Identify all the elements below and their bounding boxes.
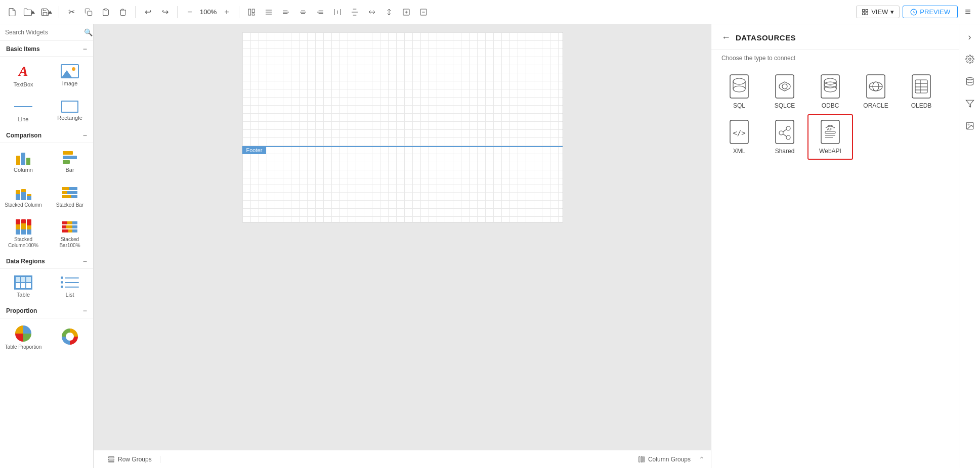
widget-list[interactable]: List: [47, 269, 93, 303]
widget-pie[interactable]: Table Proportion: [0, 318, 47, 355]
collapse-bottom-button[interactable]: ⌃: [699, 455, 705, 463]
pie-icon: [15, 325, 32, 342]
data-regions-grid: Table List: [0, 269, 93, 303]
sqlce-icon: [775, 74, 795, 99]
ds-shared[interactable]: Shared: [762, 114, 807, 160]
zoom-fit-button[interactable]: [399, 5, 413, 19]
svg-rect-44: [641, 456, 642, 462]
filter-icon[interactable]: [961, 95, 978, 112]
widget-table[interactable]: Table: [0, 269, 47, 303]
stacked-bar100-icon: [62, 219, 77, 235]
widget-column[interactable]: Column: [0, 143, 47, 178]
row-groups-label: Row Groups: [118, 456, 152, 463]
column-groups-section[interactable]: Column Groups: [630, 456, 699, 463]
paste-button[interactable]: [99, 5, 113, 19]
svg-rect-64: [915, 80, 927, 93]
ds-xml[interactable]: </> XML: [716, 114, 762, 160]
distribute-v-button[interactable]: [348, 5, 362, 19]
widget-stacked-bar100[interactable]: Stacked Bar100%: [47, 213, 93, 253]
layout-button1[interactable]: [244, 5, 259, 19]
canvas-wrapper[interactable]: Footer: [94, 24, 711, 450]
redo-button[interactable]: ↪: [158, 5, 172, 19]
preview-button[interactable]: PREVIEW: [903, 6, 958, 18]
distribute-h-button[interactable]: [330, 5, 345, 19]
separator: [59, 6, 59, 18]
svg-rect-35: [866, 13, 868, 15]
size-height-button[interactable]: [382, 5, 396, 19]
footer-line: [242, 146, 563, 147]
textbox-icon: A: [19, 63, 28, 79]
line-icon: [14, 106, 32, 107]
zoom-value: 100%: [200, 8, 217, 16]
ds-oledb[interactable]: OLEDB: [899, 69, 944, 114]
svg-point-52: [782, 84, 787, 89]
align-left-button[interactable]: [279, 5, 293, 19]
zoom-display: 100%: [200, 8, 217, 16]
ds-sqlce[interactable]: SQLCE: [762, 69, 807, 114]
collapse-basic-icon[interactable]: −: [83, 45, 87, 53]
separator3: [177, 6, 178, 18]
table-icon: [14, 275, 32, 290]
align-center-button[interactable]: [296, 5, 310, 19]
section-data-regions: Data Regions −: [0, 253, 93, 269]
settings-icon[interactable]: [961, 51, 978, 68]
ds-sql[interactable]: SQL: [716, 69, 762, 114]
view-label: VIEW: [871, 8, 888, 16]
database-icon[interactable]: [961, 73, 978, 90]
collapse-proportion-icon[interactable]: −: [83, 307, 87, 315]
oracle-icon: [866, 74, 886, 99]
svg-rect-41: [109, 459, 114, 460]
open-file-button[interactable]: [22, 5, 36, 19]
zoom-out-button[interactable]: −: [183, 5, 197, 19]
copy-button[interactable]: [81, 5, 96, 19]
svg-point-73: [779, 131, 783, 135]
widget-rectangle[interactable]: Rectangle: [47, 92, 93, 127]
ds-odbc[interactable]: ODBC: [807, 69, 853, 114]
svg-rect-5: [252, 9, 255, 13]
widget-stacked-bar[interactable]: Stacked Bar: [47, 178, 93, 213]
new-file-button[interactable]: [5, 5, 19, 19]
layout-button2[interactable]: [262, 5, 276, 19]
row-groups-section[interactable]: Row Groups: [100, 456, 160, 463]
search-box: 🔍: [0, 24, 93, 41]
menu-button[interactable]: ≡: [961, 6, 975, 18]
widget-stacked-column[interactable]: Stacked Column: [0, 178, 47, 213]
svg-point-83: [966, 78, 973, 80]
back-button[interactable]: ←: [721, 32, 731, 43]
svg-rect-45: [644, 456, 644, 462]
save-button[interactable]: [39, 5, 54, 19]
search-input[interactable]: [5, 29, 81, 36]
undo-button[interactable]: ↩: [141, 5, 155, 19]
oledb-icon: [911, 74, 931, 99]
widget-image[interactable]: Image: [47, 57, 93, 92]
shared-icon: [775, 119, 795, 145]
widget-donut[interactable]: [47, 318, 93, 355]
ds-xml-label: XML: [733, 148, 746, 155]
svg-text:</>: </>: [733, 129, 745, 137]
size-width-button[interactable]: [365, 5, 379, 19]
right-panel: ← DATASOURCES Choose the type to connect…: [711, 24, 959, 468]
svg-rect-33: [866, 9, 868, 11]
collapse-comparison-icon[interactable]: −: [83, 131, 87, 139]
view-button[interactable]: VIEW ▾: [856, 6, 900, 18]
ds-webapi[interactable]: API WebAPI: [807, 114, 853, 160]
widget-stacked-column100[interactable]: Stacked Column100%: [0, 213, 47, 253]
widget-label-stacked-bar: Stacked Bar: [56, 202, 83, 208]
expand-button[interactable]: ›: [961, 28, 978, 45]
ds-oracle[interactable]: ORACLE: [853, 69, 899, 114]
cut-button[interactable]: ✂: [64, 5, 78, 19]
widget-label-table: Table: [17, 292, 30, 298]
widget-line[interactable]: Line: [0, 92, 47, 127]
zoom-in-button[interactable]: +: [220, 5, 234, 19]
widget-bar[interactable]: Bar: [47, 143, 93, 178]
svg-rect-79: [825, 131, 835, 133]
delete-button[interactable]: [116, 5, 130, 19]
align-right-button[interactable]: [313, 5, 327, 19]
ds-webapi-label: WebAPI: [819, 148, 841, 155]
main-layout: 🔍 Basic Items − A TextBox Image Line: [0, 24, 980, 468]
image-panel-icon[interactable]: [961, 117, 978, 134]
section-title-basic: Basic Items: [6, 45, 40, 53]
widget-textbox[interactable]: A TextBox: [0, 57, 47, 92]
collapse-data-regions-icon[interactable]: −: [83, 257, 87, 265]
zoom-fit2-button[interactable]: [416, 5, 431, 19]
